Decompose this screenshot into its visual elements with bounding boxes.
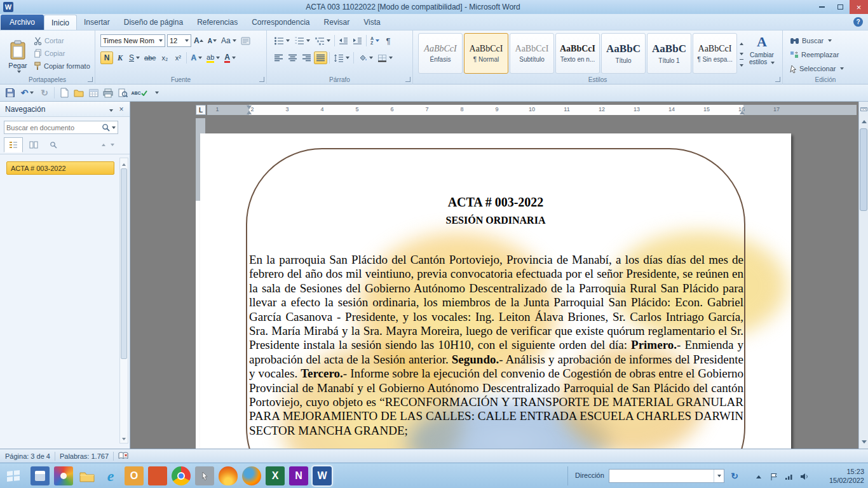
address-dropdown-button[interactable]	[714, 470, 724, 482]
search-input[interactable]	[6, 124, 102, 132]
indent-marker-right[interactable]	[740, 111, 745, 114]
style-normal[interactable]: AaBbCcI ¶ Normal	[464, 33, 508, 74]
taskbar-icon-firefox[interactable]	[242, 466, 261, 485]
taskbar-icon-onenote[interactable]: N	[289, 466, 308, 485]
font-size-select[interactable]: 12	[167, 34, 191, 47]
font-color-button[interactable]: A	[222, 51, 238, 64]
navigation-menu-button[interactable]	[104, 105, 116, 113]
select-button[interactable]: Seleccionar	[788, 62, 846, 75]
indent-marker-left[interactable]	[247, 111, 252, 114]
shrink-font-button[interactable]: A	[206, 34, 219, 47]
save-button[interactable]	[4, 86, 17, 99]
document-scrollbar[interactable]	[858, 102, 868, 449]
underline-button[interactable]: S	[127, 51, 142, 64]
taskbar-icon-office-app[interactable]	[148, 466, 167, 485]
address-input[interactable]	[609, 470, 714, 482]
next-result-button[interactable]	[111, 140, 114, 147]
page-indicator[interactable]: Página: 3 de 4	[5, 452, 50, 460]
taskbar-icon-chrome[interactable]	[172, 466, 191, 485]
horizontal-ruler[interactable]: 1 2 3 4 5 6 7 8 9 10 11 12 13 14 15 16 1…	[207, 105, 857, 115]
taskbar-icon-word[interactable]: W	[313, 466, 332, 485]
navigation-close-button[interactable]: ×	[116, 105, 127, 114]
paste-button[interactable]: Pegar	[5, 34, 31, 79]
nav-tab-results[interactable]	[44, 137, 64, 152]
tab-referencias[interactable]: Referencias	[190, 15, 245, 30]
clear-formatting-button[interactable]	[239, 34, 252, 47]
tab-archivo[interactable]: Archivo	[1, 15, 44, 30]
copy-button[interactable]: Copiar	[32, 47, 93, 60]
toolbar-options-button[interactable]	[149, 86, 162, 99]
format-painter-button[interactable]: Copiar formato	[32, 60, 93, 72]
navigation-search-box[interactable]	[4, 121, 118, 134]
taskbar-icon-outlook[interactable]: O	[125, 466, 144, 485]
taskbar-icon-utility[interactable]	[195, 466, 214, 485]
taskbar-icon-excel[interactable]: X	[266, 466, 285, 485]
address-bar[interactable]	[609, 469, 724, 483]
previous-result-button[interactable]	[102, 140, 105, 147]
tray-volume[interactable]	[799, 471, 810, 482]
shading-button[interactable]	[356, 51, 375, 64]
document-page[interactable]: ACTA # 003-2022 SESIÓN ORDINARIA En la p…	[200, 133, 791, 449]
taskbar-icon-calculator[interactable]	[31, 466, 50, 485]
text-effects-button[interactable]: A	[189, 51, 204, 64]
title-bar[interactable]: W ACTA 003 11022022 [Modo de compatibili…	[0, 0, 868, 14]
tab-insertar[interactable]: Insertar	[77, 15, 117, 30]
help-icon[interactable]: ?	[853, 17, 863, 27]
grow-font-button[interactable]: A	[192, 34, 205, 47]
style-subtitulo[interactable]: AaBbCcI Subtítulo	[510, 33, 554, 74]
sort-button[interactable]: AZ	[369, 34, 381, 47]
highlight-button[interactable]: ab	[205, 51, 222, 64]
undo-button[interactable]: ↶	[18, 86, 36, 99]
borders-button[interactable]	[376, 51, 395, 64]
navigation-scrollbar[interactable]	[119, 158, 128, 444]
redo-button[interactable]: ↻	[38, 86, 51, 99]
open-button[interactable]	[72, 86, 85, 99]
style-titulo[interactable]: AaBbC Título	[601, 33, 646, 74]
multilevel-list-button[interactable]	[313, 34, 332, 47]
strikethrough-button[interactable]: abe	[142, 51, 158, 64]
numbering-button[interactable]	[292, 34, 312, 47]
tab-revisar[interactable]: Revisar	[317, 15, 357, 30]
nav-tab-pages[interactable]	[24, 137, 43, 152]
tab-correspondencia[interactable]: Correspondencia	[245, 15, 316, 30]
nav-tab-headings[interactable]	[4, 137, 23, 152]
scroll-up-button[interactable]	[860, 117, 868, 126]
scroll-down-button[interactable]	[860, 437, 868, 447]
style-sin-espaciado[interactable]: AaBbCcI ¶ Sin espa...	[693, 33, 737, 74]
ruler-toggle-button[interactable]	[860, 104, 868, 114]
italic-button[interactable]: K	[114, 51, 126, 64]
styles-scroll-down[interactable]	[740, 49, 743, 57]
word-count[interactable]: Palabras: 1.767	[60, 452, 109, 460]
maximize-button[interactable]	[831, 0, 850, 14]
cut-button[interactable]: Cortar	[32, 34, 93, 47]
start-button[interactable]	[0, 463, 27, 488]
dialog-launcher-icon[interactable]	[775, 77, 780, 82]
insert-table-button[interactable]	[87, 86, 100, 99]
show-hidden-icons-button[interactable]	[754, 471, 764, 482]
styles-gallery-more[interactable]	[740, 59, 743, 68]
line-spacing-button[interactable]	[332, 51, 351, 64]
find-button[interactable]: Buscar	[788, 34, 834, 47]
navigation-result-item[interactable]: ACTA # 003-2022	[6, 161, 114, 175]
subscript-button[interactable]: x₂	[158, 51, 171, 64]
style-titulo-1[interactable]: AaBbC Título 1	[647, 33, 691, 74]
close-button[interactable]: ×	[850, 0, 868, 14]
scrollbar-thumb[interactable]	[860, 128, 867, 211]
tray-action-center[interactable]	[769, 471, 779, 482]
taskbar-icon-paint[interactable]	[54, 466, 73, 485]
tab-vista[interactable]: Vista	[356, 15, 387, 30]
change-styles-button[interactable]: A Cambiar estilos	[745, 34, 779, 65]
tab-diseno-de-pagina[interactable]: Diseño de página	[117, 15, 190, 30]
taskbar-icon-flame[interactable]	[219, 466, 238, 485]
bullets-button[interactable]	[272, 34, 292, 47]
dialog-launcher-icon[interactable]	[88, 77, 93, 82]
font-name-select[interactable]: Times New Rom	[100, 34, 165, 47]
align-right-button[interactable]	[300, 51, 313, 64]
replace-button[interactable]: Reemplazar	[788, 48, 841, 61]
align-center-button[interactable]	[286, 51, 299, 64]
increase-indent-button[interactable]	[351, 34, 364, 47]
justify-button[interactable]	[314, 51, 327, 64]
taskbar-icon-internet-explorer[interactable]: e	[101, 466, 120, 485]
spelling-button[interactable]: ABC	[131, 86, 147, 99]
tab-stop-selector[interactable]: L	[196, 105, 206, 115]
